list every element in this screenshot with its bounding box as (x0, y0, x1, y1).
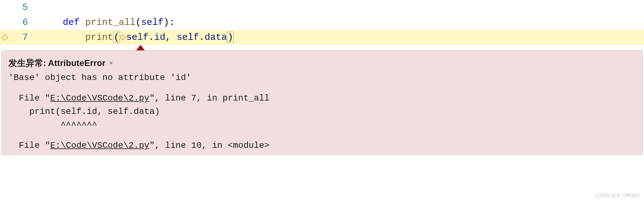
file-link[interactable]: E:\Code\VSCode\2.py (50, 141, 149, 150)
colon: : (169, 17, 175, 28)
identifier-self: self (177, 32, 199, 43)
line-number: 6 (9, 17, 34, 28)
identifier-self: self (126, 32, 149, 43)
trace-prefix: File " (8, 141, 50, 150)
exception-panel[interactable]: 发生异常: AttributeError × 'Base' object has… (1, 50, 643, 155)
exception-error-name: AttributeError (48, 56, 105, 70)
indent (40, 17, 63, 28)
watermark: CSDN @半只野指针 (596, 193, 641, 199)
close-icon[interactable]: × (109, 58, 113, 68)
file-link[interactable]: E:\Code\VSCode\2.py (50, 93, 149, 103)
error-pointer-icon (136, 45, 145, 50)
trace-prefix: File " (8, 93, 50, 103)
paren-open: ( (136, 17, 141, 28)
trace-caret: ^^^^^^^ (8, 120, 97, 130)
code-line-6[interactable]: 6 def print_all(self): (0, 15, 644, 30)
paren-close: ) (227, 32, 234, 43)
function-call-print: print (85, 32, 113, 43)
gutter-slot[interactable] (0, 35, 9, 40)
line-number: 7 (9, 32, 34, 43)
code-content[interactable]: def print_all(self): (34, 17, 644, 28)
dot: . (149, 32, 154, 43)
paren-open: ( (113, 32, 120, 43)
paren-close: ) (163, 17, 169, 28)
inline-breakpoint-icon[interactable] (121, 35, 125, 40)
trace-suffix: ", line 10, in <module> (150, 141, 269, 150)
traceback-frame-2: File "E:\Code\VSCode\2.py", line 10, in … (8, 139, 636, 152)
exception-header: 发生异常: AttributeError × (8, 56, 636, 70)
exception-message: 'Base' object has no attribute 'id' (8, 71, 636, 84)
attribute-data: data (205, 32, 227, 43)
code-line-5[interactable]: 5 (0, 0, 644, 15)
code-line-7-active[interactable]: 7 print(self.id, self.data) (0, 30, 644, 45)
trace-suffix: ", line 7, in print_all (150, 93, 269, 103)
function-name: print_all (85, 17, 136, 28)
exception-title-prefix: 发生异常: (8, 56, 46, 70)
traceback-frame-1: File "E:\Code\VSCode\2.py", line 7, in p… (8, 91, 636, 132)
breakpoint-icon[interactable] (1, 34, 8, 41)
dot: . (199, 32, 205, 43)
comma: , (165, 32, 177, 43)
error-pointer-row (0, 45, 644, 50)
indent (40, 32, 85, 43)
space (80, 17, 85, 28)
line-number: 5 (9, 2, 34, 13)
keyword-def: def (63, 17, 80, 28)
trace-code: print(self.id, self.data) (8, 107, 160, 116)
param-self: self (141, 17, 163, 28)
attribute-id: id (154, 32, 165, 43)
code-editor[interactable]: 5 6 def print_all(self): 7 print(self.id… (0, 0, 644, 155)
code-content[interactable]: print(self.id, self.data) (34, 32, 644, 43)
